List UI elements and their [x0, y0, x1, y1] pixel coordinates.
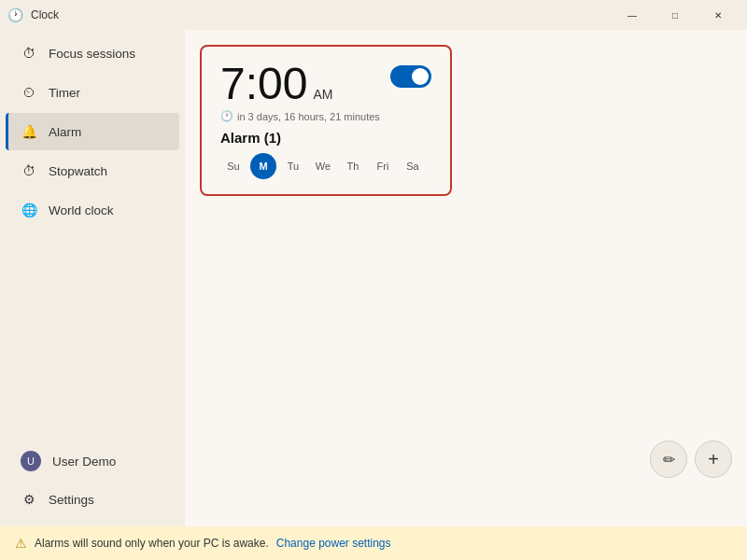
- alarm-days: Su M Tu We Th Fri Sa: [220, 153, 431, 179]
- change-power-settings-link[interactable]: Change power settings: [276, 537, 391, 550]
- alarm-card-header: 7:00 AM: [220, 62, 431, 106]
- sidebar: ⏱ Focus sessions ⏲ Timer 🔔 Alarm ⏱ Stopw…: [0, 30, 185, 526]
- app-body: ⏱ Focus sessions ⏲ Timer 🔔 Alarm ⏱ Stopw…: [0, 30, 747, 526]
- notification-bar: ⚠ Alarms will sound only when your PC is…: [0, 526, 747, 560]
- bottom-actions: ✏ +: [650, 441, 732, 478]
- day-we[interactable]: We: [310, 153, 336, 179]
- focus-sessions-icon: ⏱: [21, 45, 37, 62]
- day-su[interactable]: Su: [220, 153, 247, 179]
- alarm-time-display: 7:00: [220, 62, 307, 106]
- alarm-toggle[interactable]: [390, 65, 431, 88]
- stopwatch-icon: ⏱: [21, 162, 37, 179]
- title-bar-left: 🕐 Clock: [7, 7, 59, 22]
- sidebar-item-alarm[interactable]: 🔔 Alarm: [6, 113, 179, 150]
- sidebar-item-user[interactable]: U User Demo: [6, 442, 179, 480]
- day-tu[interactable]: Tu: [280, 153, 306, 179]
- close-button[interactable]: ✕: [697, 0, 740, 30]
- sidebar-item-settings[interactable]: ⚙ Settings: [6, 481, 179, 518]
- notification-icon: ⚠: [15, 536, 27, 551]
- day-th[interactable]: Th: [340, 153, 366, 179]
- sidebar-item-label: Stopwatch: [49, 164, 107, 178]
- title-bar: 🕐 Clock — □ ✕: [0, 0, 747, 30]
- sidebar-item-label: Settings: [49, 493, 94, 507]
- alarm-clock-icon: 🕐: [220, 110, 233, 122]
- alarm-name: Alarm (1): [220, 130, 431, 146]
- settings-icon: ⚙: [21, 491, 37, 508]
- sidebar-item-label: User Demo: [52, 455, 116, 469]
- timer-icon: ⏲: [21, 84, 37, 101]
- sidebar-item-stopwatch[interactable]: ⏱ Stopwatch: [6, 152, 179, 189]
- add-alarm-button[interactable]: +: [695, 441, 732, 478]
- edit-alarm-button[interactable]: ✏: [650, 441, 687, 478]
- sidebar-item-focus-sessions[interactable]: ⏱ Focus sessions: [6, 35, 179, 72]
- alarm-time: 7:00 AM: [220, 62, 332, 106]
- user-icon: U: [21, 451, 41, 471]
- sidebar-bottom: U User Demo ⚙ Settings: [0, 441, 185, 526]
- maximize-button[interactable]: □: [654, 0, 697, 30]
- alarm-ampm: AM: [313, 87, 332, 102]
- minimize-button[interactable]: —: [611, 0, 654, 30]
- alarm-card[interactable]: 7:00 AM 🕐 in 3 days, 16 hours, 21 minute…: [200, 45, 452, 196]
- sidebar-item-label: Focus sessions: [49, 47, 135, 61]
- sidebar-item-label: Timer: [49, 86, 80, 100]
- day-m[interactable]: M: [250, 153, 276, 179]
- sidebar-item-label: Alarm: [49, 125, 81, 139]
- app-icon: 🕐: [7, 7, 23, 22]
- alarm-subtitle: 🕐 in 3 days, 16 hours, 21 minutes: [220, 110, 431, 122]
- day-fri[interactable]: Fri: [370, 153, 396, 179]
- sidebar-item-timer[interactable]: ⏲ Timer: [6, 74, 179, 111]
- alarm-countdown: in 3 days, 16 hours, 21 minutes: [237, 111, 380, 122]
- notification-message: Alarms will sound only when your PC is a…: [35, 537, 269, 550]
- main-content: 7:00 AM 🕐 in 3 days, 16 hours, 21 minute…: [185, 30, 747, 526]
- title-bar-controls: — □ ✕: [611, 0, 740, 30]
- sidebar-item-world-clock[interactable]: 🌐 World clock: [6, 191, 179, 229]
- alarm-icon: 🔔: [21, 123, 37, 140]
- app-title: Clock: [31, 8, 59, 21]
- day-sa[interactable]: Sa: [400, 153, 426, 179]
- world-clock-icon: 🌐: [21, 202, 37, 218]
- sidebar-item-label: World clock: [49, 203, 114, 217]
